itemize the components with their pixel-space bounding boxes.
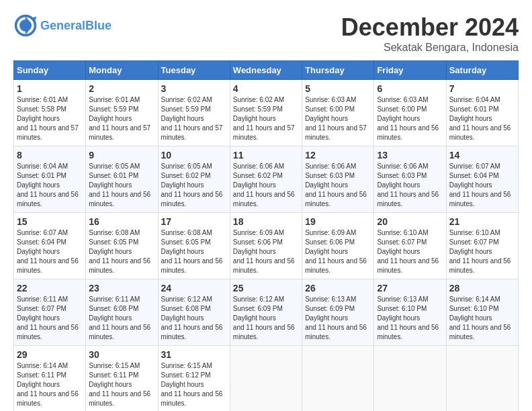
day-info: Sunrise: 6:09 AM Sunset: 6:06 PM Dayligh… xyxy=(305,228,371,275)
day-info: Sunrise: 6:10 AM Sunset: 6:07 PM Dayligh… xyxy=(449,228,515,275)
calendar-cell: 12 Sunrise: 6:06 AM Sunset: 6:03 PM Dayl… xyxy=(302,146,374,213)
day-number: 18 xyxy=(233,216,299,227)
day-info: Sunrise: 6:09 AM Sunset: 6:06 PM Dayligh… xyxy=(233,228,299,275)
calendar-cell: 16 Sunrise: 6:08 AM Sunset: 6:05 PM Dayl… xyxy=(86,213,158,279)
page-header: GeneralBlue December 2024 Sekatak Bengar… xyxy=(13,13,519,54)
logo: GeneralBlue xyxy=(13,13,112,38)
calendar-cell: 5 Sunrise: 6:03 AM Sunset: 6:00 PM Dayli… xyxy=(302,80,374,146)
weekday-header-saturday: Saturday xyxy=(446,61,518,80)
day-number: 26 xyxy=(305,283,371,293)
day-info: Sunrise: 6:05 AM Sunset: 6:01 PM Dayligh… xyxy=(89,162,154,209)
calendar-cell: 22 Sunrise: 6:11 AM Sunset: 6:07 PM Dayl… xyxy=(14,279,86,346)
day-info: Sunrise: 6:08 AM Sunset: 6:05 PM Dayligh… xyxy=(161,228,227,275)
calendar-cell: 6 Sunrise: 6:03 AM Sunset: 6:00 PM Dayli… xyxy=(374,80,446,146)
calendar-cell xyxy=(230,346,302,412)
calendar-cell: 10 Sunrise: 6:05 AM Sunset: 6:02 PM Dayl… xyxy=(158,146,230,213)
calendar-cell xyxy=(446,346,518,412)
calendar-cell: 18 Sunrise: 6:09 AM Sunset: 6:06 PM Dayl… xyxy=(230,213,302,279)
weekday-header-friday: Friday xyxy=(374,61,446,80)
day-number: 2 xyxy=(89,83,154,94)
logo-icon xyxy=(13,13,38,38)
calendar-cell: 19 Sunrise: 6:09 AM Sunset: 6:06 PM Dayl… xyxy=(302,213,374,279)
logo-blue: Blue xyxy=(85,19,112,32)
day-number: 5 xyxy=(305,83,371,94)
day-info: Sunrise: 6:06 AM Sunset: 6:03 PM Dayligh… xyxy=(305,162,371,209)
day-info: Sunrise: 6:14 AM Sunset: 6:10 PM Dayligh… xyxy=(449,295,515,342)
day-number: 14 xyxy=(449,150,515,161)
day-number: 11 xyxy=(233,150,299,161)
day-number: 24 xyxy=(161,283,227,293)
calendar-cell: 13 Sunrise: 6:06 AM Sunset: 6:03 PM Dayl… xyxy=(374,146,446,213)
month-title: December 2024 xyxy=(341,13,519,42)
day-number: 9 xyxy=(89,150,154,161)
day-info: Sunrise: 6:13 AM Sunset: 6:09 PM Dayligh… xyxy=(305,295,371,342)
day-number: 13 xyxy=(377,150,443,161)
calendar-cell: 17 Sunrise: 6:08 AM Sunset: 6:05 PM Dayl… xyxy=(158,213,230,279)
day-number: 31 xyxy=(161,349,227,360)
title-block: December 2024 Sekatak Bengara, Indonesia xyxy=(341,13,519,54)
day-info: Sunrise: 6:11 AM Sunset: 6:08 PM Dayligh… xyxy=(89,295,154,342)
calendar-cell: 8 Sunrise: 6:04 AM Sunset: 6:01 PM Dayli… xyxy=(14,146,86,213)
day-number: 20 xyxy=(377,216,443,227)
calendar-cell xyxy=(302,346,374,412)
calendar-cell: 9 Sunrise: 6:05 AM Sunset: 6:01 PM Dayli… xyxy=(86,146,158,213)
calendar-cell xyxy=(374,346,446,412)
calendar-cell: 2 Sunrise: 6:01 AM Sunset: 5:59 PM Dayli… xyxy=(86,80,158,146)
calendar-cell: 27 Sunrise: 6:13 AM Sunset: 6:10 PM Dayl… xyxy=(374,279,446,346)
calendar-cell: 1 Sunrise: 6:01 AM Sunset: 5:58 PM Dayli… xyxy=(14,80,86,146)
day-info: Sunrise: 6:11 AM Sunset: 6:07 PM Dayligh… xyxy=(17,295,83,342)
location-subtitle: Sekatak Bengara, Indonesia xyxy=(341,42,519,54)
day-info: Sunrise: 6:02 AM Sunset: 5:59 PM Dayligh… xyxy=(233,95,299,142)
day-info: Sunrise: 6:03 AM Sunset: 6:00 PM Dayligh… xyxy=(377,95,443,142)
weekday-header-wednesday: Wednesday xyxy=(230,61,302,80)
day-number: 25 xyxy=(233,283,299,293)
calendar-week-row: 29 Sunrise: 6:14 AM Sunset: 6:11 PM Dayl… xyxy=(14,346,519,412)
day-number: 17 xyxy=(161,216,227,227)
day-info: Sunrise: 6:07 AM Sunset: 6:04 PM Dayligh… xyxy=(449,162,515,209)
day-number: 1 xyxy=(17,83,83,94)
day-number: 7 xyxy=(449,83,515,94)
calendar-cell: 30 Sunrise: 6:15 AM Sunset: 6:11 PM Dayl… xyxy=(86,346,158,412)
day-number: 10 xyxy=(161,150,227,161)
day-info: Sunrise: 6:12 AM Sunset: 6:08 PM Dayligh… xyxy=(161,295,227,342)
day-number: 19 xyxy=(305,216,371,227)
day-number: 8 xyxy=(17,150,83,161)
day-number: 15 xyxy=(17,216,83,227)
day-info: Sunrise: 6:06 AM Sunset: 6:03 PM Dayligh… xyxy=(377,162,443,209)
day-info: Sunrise: 6:08 AM Sunset: 6:05 PM Dayligh… xyxy=(89,228,154,275)
day-info: Sunrise: 6:13 AM Sunset: 6:10 PM Dayligh… xyxy=(377,295,443,342)
calendar-cell: 14 Sunrise: 6:07 AM Sunset: 6:04 PM Dayl… xyxy=(446,146,518,213)
logo-general: General xyxy=(40,19,85,32)
calendar-cell: 24 Sunrise: 6:12 AM Sunset: 6:08 PM Dayl… xyxy=(158,279,230,346)
day-info: Sunrise: 6:04 AM Sunset: 6:01 PM Dayligh… xyxy=(449,95,515,142)
day-info: Sunrise: 6:06 AM Sunset: 6:02 PM Dayligh… xyxy=(233,162,299,209)
calendar-week-row: 22 Sunrise: 6:11 AM Sunset: 6:07 PM Dayl… xyxy=(14,279,519,346)
day-number: 3 xyxy=(161,83,227,94)
day-info: Sunrise: 6:02 AM Sunset: 5:59 PM Dayligh… xyxy=(161,95,227,142)
day-number: 4 xyxy=(233,83,299,94)
calendar-cell: 31 Sunrise: 6:15 AM Sunset: 6:12 PM Dayl… xyxy=(158,346,230,412)
day-number: 12 xyxy=(305,150,371,161)
calendar-cell: 20 Sunrise: 6:10 AM Sunset: 6:07 PM Dayl… xyxy=(374,213,446,279)
calendar-cell: 23 Sunrise: 6:11 AM Sunset: 6:08 PM Dayl… xyxy=(86,279,158,346)
calendar-cell: 26 Sunrise: 6:13 AM Sunset: 6:09 PM Dayl… xyxy=(302,279,374,346)
day-number: 27 xyxy=(377,283,443,293)
calendar-week-row: 8 Sunrise: 6:04 AM Sunset: 6:01 PM Dayli… xyxy=(14,146,519,213)
calendar-cell: 29 Sunrise: 6:14 AM Sunset: 6:11 PM Dayl… xyxy=(14,346,86,412)
calendar-cell: 15 Sunrise: 6:07 AM Sunset: 6:04 PM Dayl… xyxy=(14,213,86,279)
calendar-cell: 21 Sunrise: 6:10 AM Sunset: 6:07 PM Dayl… xyxy=(446,213,518,279)
calendar-week-row: 1 Sunrise: 6:01 AM Sunset: 5:58 PM Dayli… xyxy=(14,80,519,146)
day-number: 6 xyxy=(377,83,443,94)
day-info: Sunrise: 6:12 AM Sunset: 6:09 PM Dayligh… xyxy=(233,295,299,342)
weekday-header-tuesday: Tuesday xyxy=(158,61,230,80)
weekday-header-monday: Monday xyxy=(86,61,158,80)
weekday-header-sunday: Sunday xyxy=(14,61,86,80)
calendar-cell: 28 Sunrise: 6:14 AM Sunset: 6:10 PM Dayl… xyxy=(446,279,518,346)
calendar-cell: 11 Sunrise: 6:06 AM Sunset: 6:02 PM Dayl… xyxy=(230,146,302,213)
day-number: 30 xyxy=(89,349,154,360)
day-number: 28 xyxy=(449,283,515,293)
calendar-week-row: 15 Sunrise: 6:07 AM Sunset: 6:04 PM Dayl… xyxy=(14,213,519,279)
day-number: 16 xyxy=(89,216,154,227)
calendar-cell: 25 Sunrise: 6:12 AM Sunset: 6:09 PM Dayl… xyxy=(230,279,302,346)
day-info: Sunrise: 6:04 AM Sunset: 6:01 PM Dayligh… xyxy=(17,162,83,209)
